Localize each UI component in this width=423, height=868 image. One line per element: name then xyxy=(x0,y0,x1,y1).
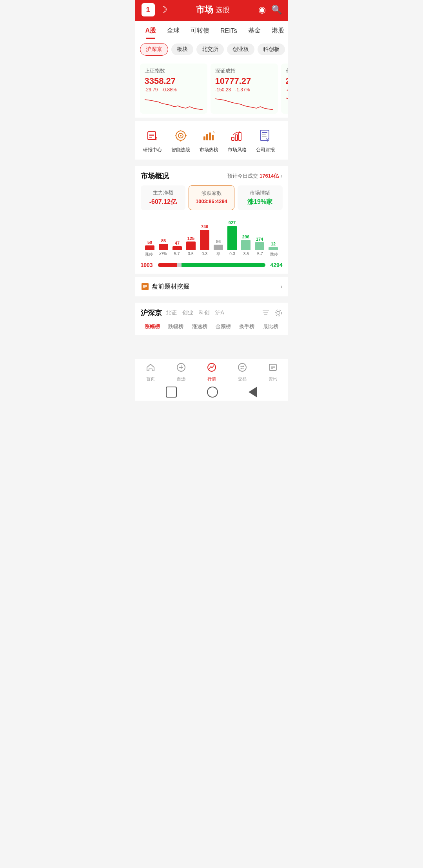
filter-shenzhen-beijing[interactable]: 沪深京 xyxy=(140,43,168,56)
pre-market-icon xyxy=(141,282,149,291)
ranking-tab-amount[interactable]: 金额榜 xyxy=(211,321,235,332)
smart-select-icon xyxy=(172,127,189,144)
ranking-tab-rise[interactable]: 涨幅榜 xyxy=(141,321,164,332)
quick-item-research[interactable]: ¥ 研报中心 xyxy=(138,127,167,153)
index-value-shenzhen: 10777.27 xyxy=(215,76,273,86)
nav-item-watchlist[interactable]: 自选 xyxy=(166,362,196,382)
index-chart-chinext xyxy=(286,96,288,110)
bar-bottom-1: >7% xyxy=(157,252,169,257)
ranking-tab-turnover[interactable]: 换手榜 xyxy=(235,321,259,332)
home-icon xyxy=(145,362,156,375)
nav-item-home[interactable]: 首页 xyxy=(135,362,166,382)
ranking-tab-speed[interactable]: 涨速榜 xyxy=(188,321,211,332)
quick-item-smart-label: 智能选股 xyxy=(171,147,190,153)
index-name-shanghai: 上证指数 xyxy=(145,67,203,74)
ranking-section: 沪深京 北证 创业 科创 沪A 涨幅榜 跌幅榜 涨速榜 xyxy=(135,303,288,335)
back-triangle-icon[interactable] xyxy=(249,387,257,398)
news-icon xyxy=(268,362,278,375)
svg-rect-15 xyxy=(212,135,214,140)
progress-row: 1003 4294 xyxy=(141,262,283,268)
notification-icon[interactable]: ◉ xyxy=(258,5,266,15)
bar-6 xyxy=(227,226,237,250)
filter-star[interactable]: 科创板 xyxy=(258,44,285,55)
quick-item-smart-select[interactable]: 智能选股 xyxy=(167,127,195,153)
quick-item-style[interactable]: 市场风格 xyxy=(223,127,251,153)
tab-convertible[interactable]: 可转债 xyxy=(185,21,215,39)
sub-tab-beizhen[interactable]: 北证 xyxy=(166,309,177,316)
bar-col-3: 125 xyxy=(186,236,196,250)
bar-chart: 50 85 47 125 746 xyxy=(141,216,283,257)
stat-card-sentiment[interactable]: 市场情绪 涨19%家 xyxy=(238,185,283,210)
stat-value-rise-fall: 1003:86:4294 xyxy=(192,198,231,204)
sub-tab-hu-a[interactable]: 沪A xyxy=(215,309,224,316)
index-card-shenzhen[interactable]: 深证成指 10777.27 -150.23 -1.37% xyxy=(211,64,278,114)
quick-item-hot[interactable]: 市场热榜 xyxy=(195,127,223,153)
filter-sector[interactable]: 板块 xyxy=(171,44,193,55)
stat-value-sentiment: 涨19%家 xyxy=(241,198,280,206)
filter-icon[interactable] xyxy=(261,309,270,317)
index-name-shenzhen: 深证成指 xyxy=(215,67,273,74)
search-icon[interactable]: 🔍 xyxy=(271,5,282,15)
bar-col-5: 86 xyxy=(214,239,223,250)
quick-item-report[interactable]: ¥ 公司财报 xyxy=(251,127,280,153)
filter-bei-exchange[interactable]: 北交所 xyxy=(196,44,224,55)
nav-item-trade[interactable]: 交易 xyxy=(227,362,258,382)
progress-bar xyxy=(158,263,265,267)
tab-reits[interactable]: REITs xyxy=(215,22,243,38)
quick-item-report-label: 公司财报 xyxy=(256,147,275,153)
ranking-sub-tabs: 北证 创业 科创 沪A xyxy=(166,309,258,316)
stat-card-rise-fall[interactable]: 涨跌家数 1003:86:4294 xyxy=(189,185,234,210)
ranking-tab-fall[interactable]: 跌幅榜 xyxy=(164,321,188,332)
bar-label-9: 12 xyxy=(271,242,276,246)
exchange-icon xyxy=(237,362,247,375)
back-square-icon[interactable] xyxy=(166,387,177,398)
moon-icon[interactable]: ☽ xyxy=(160,5,167,15)
bar-bottom-labels: 涨停 >7% 5-7 3-5 0-3 平 0-3 3-5 5-7 跌停 xyxy=(142,252,281,257)
settings-icon[interactable] xyxy=(274,309,283,317)
research-icon: ¥ xyxy=(144,127,161,144)
app-logo: 1 xyxy=(142,3,155,16)
ranking-tab-compare[interactable]: 最比榜 xyxy=(259,321,282,332)
index-chart-shenzhen xyxy=(215,96,273,110)
index-card-chinext[interactable]: 创业板指 2209.71 -46.80 -2.07% xyxy=(281,64,288,114)
index-value-shanghai: 3358.27 xyxy=(145,76,203,86)
tab-global[interactable]: 全球 xyxy=(162,21,185,39)
page-subtitle[interactable]: 选股 xyxy=(216,5,230,15)
market-volume[interactable]: 预计今日成交 17614亿 › xyxy=(227,173,282,180)
tab-fund[interactable]: 基金 xyxy=(243,21,266,39)
bar-9 xyxy=(269,247,278,250)
bar-col-6: 927 xyxy=(227,220,237,250)
volume-value: 17614亿 xyxy=(260,173,279,180)
tab-hk[interactable]: 港股 xyxy=(266,21,288,39)
stat-value-main-flow: -607.12亿 xyxy=(144,198,183,206)
svg-rect-17 xyxy=(235,135,238,140)
nav-item-news[interactable]: 资讯 xyxy=(258,362,288,382)
top-nav: 1 ☽ 市场 选股 ◉ 🔍 xyxy=(135,0,288,21)
market-overview-title: 市场概况 xyxy=(141,171,169,181)
ranking-tabs: 涨幅榜 跌幅榜 涨速榜 金额榜 换手榜 最比榜 xyxy=(141,321,283,335)
filter-chinext[interactable]: 创业板 xyxy=(227,44,254,55)
add-circle-icon xyxy=(176,362,186,375)
chevron-right-icon: › xyxy=(280,173,282,180)
stat-label-main-flow: 主力净额 xyxy=(144,189,183,196)
bar-col-4: 746 xyxy=(200,224,209,250)
pre-market-section[interactable]: 盘前题材挖掘 › xyxy=(135,277,288,296)
svg-point-39 xyxy=(238,363,246,371)
bar-bottom-8: 5-7 xyxy=(254,252,266,257)
nav-item-market[interactable]: 行情 xyxy=(196,362,227,382)
index-name-chinext: 创业板指 xyxy=(286,67,288,74)
top-nav-right: ◉ 🔍 xyxy=(258,5,282,15)
bar-2 xyxy=(172,246,182,250)
index-card-shanghai[interactable]: 上证指数 3358.27 -29.79 -0.88% xyxy=(140,64,207,114)
tab-a-shares[interactable]: A股 xyxy=(140,21,162,39)
home-circle-icon[interactable] xyxy=(207,387,218,398)
quick-item-finance[interactable]: 融 融资 xyxy=(280,127,288,153)
bar-bottom-7: 3-5 xyxy=(240,252,252,257)
top-nav-center: 市场 选股 xyxy=(196,4,230,16)
bar-label-8: 174 xyxy=(256,237,263,242)
nav-label-watchlist: 自选 xyxy=(177,376,185,382)
spacer xyxy=(135,335,288,359)
sub-tab-kechuang[interactable]: 科创 xyxy=(199,309,210,316)
sub-tab-chuanye[interactable]: 创业 xyxy=(182,309,193,316)
stat-card-main-flow[interactable]: 主力净额 -607.12亿 xyxy=(141,185,186,210)
